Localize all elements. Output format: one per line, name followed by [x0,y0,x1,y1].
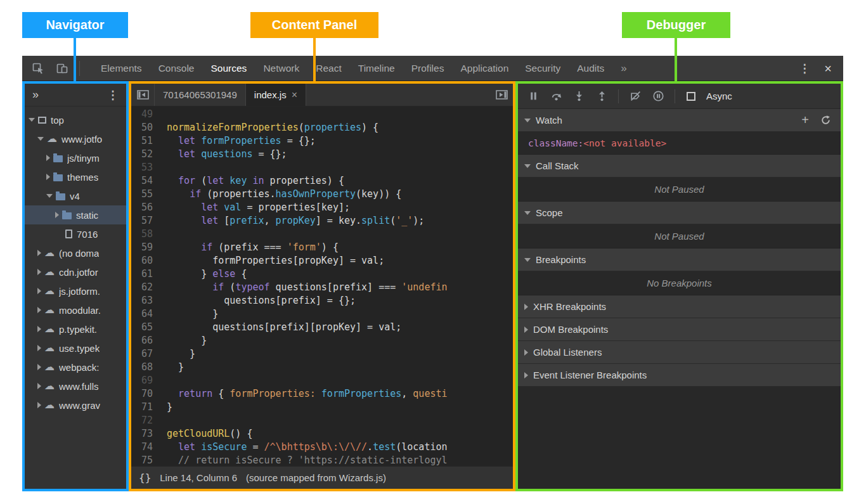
tree-item-moodular[interactable]: ☁moodular. [25,300,126,320]
line-number[interactable]: 74 [131,441,160,454]
add-watch-icon[interactable]: + [798,113,813,127]
disclosure-closed-icon[interactable] [37,326,41,332]
tree-item-js-jotform[interactable]: ☁js.jotform. [25,281,126,300]
deactivate-breakpoints-icon[interactable] [626,88,644,105]
show-debugger-icon[interactable] [490,84,513,106]
line-number[interactable]: 63 [131,294,160,307]
line-number[interactable]: 55 [131,188,160,201]
section-header-scope[interactable]: Scope [518,202,841,224]
close-tab-icon[interactable]: × [292,89,297,101]
line-number[interactable]: 49 [131,108,160,121]
line-number[interactable]: 58 [131,228,160,241]
tree-item-7016[interactable]: 7016 [25,224,126,243]
disclosure-closed-icon[interactable] [55,212,59,218]
disclosure-closed-icon[interactable] [46,155,50,161]
show-navigator-icon[interactable] [131,84,154,106]
tab-sources[interactable]: Sources [203,56,255,81]
line-number[interactable]: 52 [131,148,160,161]
disclosure-closed-icon[interactable] [37,250,41,256]
line-number[interactable]: 53 [131,161,160,174]
section-header-xhr-breakpoints[interactable]: XHR Breakpoints [518,295,841,318]
section-header-watch[interactable]: Watch+ [518,109,841,132]
line-number[interactable]: 75 [131,454,160,466]
tab-security[interactable]: Security [517,56,569,81]
line-number[interactable]: 56 [131,201,160,214]
tab-elements[interactable]: Elements [93,56,150,81]
line-number[interactable]: 73 [131,427,160,441]
device-toolbar-icon[interactable] [55,61,69,75]
disclosure-closed-icon[interactable] [37,307,41,313]
tree-item-static[interactable]: static [25,205,126,224]
async-checkbox[interactable] [687,92,695,101]
tree-item-p-typekit[interactable]: ☁p.typekit. [25,320,126,339]
section-header-dom-breakpoints[interactable]: DOM Breakpoints [518,318,841,341]
code-text [160,108,513,121]
kebab-menu-icon[interactable]: ⋮ [799,63,810,74]
line-number[interactable]: 60 [131,254,160,268]
line-number[interactable]: 54 [131,174,160,188]
refresh-watch-icon[interactable] [817,112,834,129]
line-number[interactable]: 67 [131,347,160,361]
disclosure-closed-icon[interactable] [37,288,41,294]
tree-item-use-typek[interactable]: ☁use.typek [25,339,126,358]
disclosure-open-icon[interactable] [37,137,44,141]
step-over-icon[interactable] [547,88,565,105]
line-number[interactable]: 57 [131,214,160,228]
tab-application[interactable]: Application [452,56,517,81]
tree-item-www-jotfo[interactable]: ☁www.jotfo [25,129,126,148]
tree-item-v4[interactable]: v4 [25,186,126,205]
inspect-icon[interactable] [31,61,45,75]
pause-on-exceptions-icon[interactable] [649,88,667,105]
navigator-menu-icon[interactable]: ⋮ [107,89,119,101]
line-number[interactable]: 70 [131,387,160,401]
section-header-event-listener-breakpoints[interactable]: Event Listener Breakpoints [518,364,841,387]
tree-item-cdn-jotfor[interactable]: ☁cdn.jotfor [25,262,126,281]
disclosure-open-icon[interactable] [29,118,35,122]
disclosure-closed-icon[interactable] [37,345,41,351]
tab-timeline[interactable]: Timeline [350,56,403,81]
line-number[interactable]: 61 [131,268,160,281]
tree-item-www-fulls[interactable]: ☁www.fulls [25,377,126,396]
tree-item-webpack[interactable]: ☁webpack: [25,358,126,377]
disclosure-closed-icon[interactable] [46,174,50,180]
source-tab-index-js[interactable]: index.js× [246,84,306,106]
tree-item-themes[interactable]: themes [25,167,126,186]
disclosure-closed-icon[interactable] [37,364,41,370]
line-number[interactable]: 69 [131,374,160,387]
line-number[interactable]: 62 [131,281,160,294]
code-editor[interactable]: 4950normalizeFormProperties(properties) … [131,107,513,466]
watch-expression[interactable]: className: <not available> [518,132,841,155]
disclosure-closed-icon[interactable] [37,402,41,408]
tree-item-no-doma[interactable]: ☁(no doma [25,243,126,262]
tree-item-www-grav[interactable]: ☁www.grav [25,396,126,415]
step-out-icon[interactable] [593,88,611,105]
line-number[interactable]: 50 [131,121,160,134]
disclosure-closed-icon[interactable] [37,269,41,275]
line-number[interactable]: 72 [131,414,160,427]
pause-icon[interactable] [524,88,542,105]
line-number[interactable]: 68 [131,361,160,374]
line-number[interactable]: 59 [131,241,160,254]
line-number[interactable]: 64 [131,307,160,321]
section-header-breakpoints[interactable]: Breakpoints [518,249,841,271]
tree-item-js-tinym[interactable]: js/tinym [25,148,126,167]
line-number[interactable]: 65 [131,321,160,334]
more-panels-icon[interactable]: » [32,88,39,101]
step-into-icon[interactable] [570,88,588,105]
line-number[interactable]: 66 [131,334,160,347]
section-header-call-stack[interactable]: Call Stack [518,155,841,178]
line-number[interactable]: 51 [131,134,160,148]
disclosure-open-icon[interactable] [46,194,53,198]
close-icon[interactable]: × [824,62,832,75]
tab-audits[interactable]: Audits [569,56,612,81]
line-number[interactable]: 71 [131,401,160,414]
more-tabs-chevron-icon[interactable]: » [612,56,635,81]
tab-console[interactable]: Console [150,56,203,81]
tab-network[interactable]: Network [255,56,307,81]
disclosure-closed-icon[interactable] [37,383,41,389]
pretty-print-icon[interactable]: {} [139,472,151,484]
source-tab-70164065301949[interactable]: 70164065301949 [154,84,246,106]
tab-profiles[interactable]: Profiles [403,56,453,81]
section-header-global-listeners[interactable]: Global Listeners [518,341,841,364]
tree-item-top[interactable]: top [25,110,126,129]
